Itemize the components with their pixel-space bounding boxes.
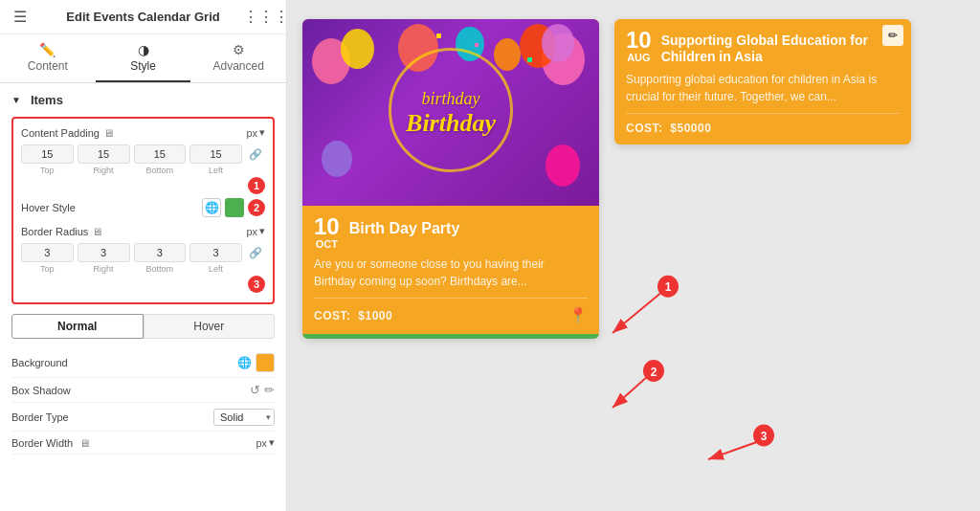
tab-content[interactable]: ✏️ Content xyxy=(0,34,96,82)
border-type-row: Border Type Solid Dashed Dotted None xyxy=(11,403,275,432)
edit-icon-overlay[interactable]: ✏ xyxy=(882,25,903,46)
happy-label: birthday xyxy=(406,88,496,108)
padding-sub-labels: Top Right Bottom Left xyxy=(21,166,265,175)
background-row: Background 🌐 xyxy=(11,348,275,378)
shadow-edit-icon[interactable]: ✏ xyxy=(264,383,275,397)
content-tab-label: Content xyxy=(28,59,68,73)
badge-1: 1 xyxy=(248,177,265,194)
education-card-body: 10 AUG Supporting Global Education for C… xyxy=(614,19,911,144)
radius-bottom-input[interactable] xyxy=(134,243,187,262)
birthday-card-body: 10 OCT Birth Day Party Are you or someon… xyxy=(302,206,599,334)
right-area: birthday Birthday 10 OCT Birth Day Party… xyxy=(287,0,980,511)
badge-3: 3 xyxy=(248,276,265,293)
hover-globe-icon[interactable]: 🌐 xyxy=(202,198,221,217)
balloon-10 xyxy=(542,24,574,62)
badge-2: 2 xyxy=(248,199,265,216)
border-radius-unit-arrow[interactable]: ▾ xyxy=(259,225,265,237)
background-label: Background xyxy=(11,357,68,368)
items-collapse-arrow[interactable]: ▼ xyxy=(11,95,21,105)
hover-style-row: Hover Style 🌐 2 xyxy=(21,196,265,219)
education-day: 10 xyxy=(626,29,652,52)
padding-right-input[interactable] xyxy=(78,144,130,164)
education-date-title: 10 AUG Supporting Global Education for C… xyxy=(626,29,900,65)
birthday-location-icon: 📍 xyxy=(568,306,588,324)
border-width-label: Border Width 🖥 xyxy=(11,437,90,449)
birthday-card-image: birthday Birthday xyxy=(302,19,599,206)
border-width-unit-arrow[interactable]: ▾ xyxy=(269,436,275,449)
tab-advanced[interactable]: ⚙ Advanced xyxy=(190,34,286,82)
hover-style-label: Hover Style xyxy=(21,202,76,213)
content-padding-unit: px ▾ xyxy=(246,126,265,139)
panel-title: Edit Events Calendar Grid xyxy=(66,10,219,24)
monitor-icon: 🖥 xyxy=(103,127,114,139)
border-radius-label: Border Radius 🖥 xyxy=(21,226,102,237)
border-type-select-wrap: Solid Dashed Dotted None xyxy=(213,408,275,426)
balloon-5 xyxy=(322,141,352,177)
radius-bottom-label: Bottom xyxy=(134,264,187,274)
education-month: AUG xyxy=(627,52,650,63)
birthday-label: Birthday xyxy=(406,108,496,137)
items-settings-box: Content Padding 🖥 px ▾ 🔗 Top xyxy=(11,117,275,304)
border-type-select[interactable]: Solid Dashed Dotted None xyxy=(213,409,275,426)
content-tab-icon: ✏️ xyxy=(39,42,56,57)
hover-active-dot[interactable] xyxy=(225,198,244,217)
tab-style[interactable]: ◑ Style xyxy=(96,34,191,82)
education-description: Supporting global education for children… xyxy=(626,71,900,105)
grid-menu-icon[interactable]: ⋮⋮⋮ xyxy=(257,9,275,26)
cards-container: birthday Birthday 10 OCT Birth Day Party… xyxy=(287,0,980,511)
panel-content: ▼ Items Content Padding 🖥 px ▾ xyxy=(0,83,286,511)
birthday-title: Birth Day Party xyxy=(349,215,460,237)
border-width-unit: px ▾ xyxy=(256,436,275,449)
radius-link-icon[interactable]: 🔗 xyxy=(246,247,265,259)
border-width-monitor-icon: 🖥 xyxy=(79,437,90,449)
items-section-header: ▼ Items xyxy=(11,93,275,107)
hover-button[interactable]: Hover xyxy=(144,314,276,339)
content-padding-label: Content Padding 🖥 xyxy=(21,127,114,139)
style-tab-icon: ◑ xyxy=(138,42,149,57)
padding-link-icon[interactable]: 🔗 xyxy=(246,148,265,161)
radius-top-label: Top xyxy=(21,264,74,274)
birthday-day: 10 xyxy=(314,215,340,238)
shadow-reset-icon[interactable]: ↺ xyxy=(250,383,260,397)
radius-top-input[interactable] xyxy=(21,243,74,262)
education-footer: COST: $50000 xyxy=(626,113,900,135)
confetti-1 xyxy=(436,33,441,38)
advanced-tab-icon: ⚙ xyxy=(233,42,245,57)
balloon-9 xyxy=(494,38,521,71)
birthday-date: 10 OCT xyxy=(314,215,340,250)
event-card-birthday: birthday Birthday 10 OCT Birth Day Party… xyxy=(302,19,599,339)
border-type-label: Border Type xyxy=(11,411,69,423)
box-shadow-row: Box Shadow ↺ ✏ xyxy=(11,378,275,403)
padding-left-input[interactable] xyxy=(189,144,242,164)
normal-button[interactable]: Normal xyxy=(11,314,144,339)
padding-top-input[interactable] xyxy=(21,144,74,164)
radius-sub-labels: Top Right Bottom Left xyxy=(21,264,265,274)
padding-bottom-label: Bottom xyxy=(134,166,187,175)
hamburger-icon[interactable]: ☰ xyxy=(11,9,29,26)
padding-bottom-input[interactable] xyxy=(134,144,187,164)
unit-dropdown-arrow[interactable]: ▾ xyxy=(259,126,265,139)
tabs-bar: ✏️ Content ◑ Style ⚙ Advanced xyxy=(0,34,286,83)
radius-right-input[interactable] xyxy=(78,243,130,262)
background-color-swatch[interactable] xyxy=(256,353,275,372)
panel-header: ☰ Edit Events Calendar Grid ⋮⋮⋮ xyxy=(0,0,286,34)
border-radius-row: Border Radius 🖥 px ▾ xyxy=(21,225,265,237)
radius-left-label: Left xyxy=(189,264,242,274)
green-bar xyxy=(302,334,599,339)
confetti-2 xyxy=(475,43,479,47)
style-tab-label: Style xyxy=(130,59,156,73)
left-panel: ☰ Edit Events Calendar Grid ⋮⋮⋮ ✏️ Conte… xyxy=(0,0,287,511)
birthday-month: OCT xyxy=(316,238,338,250)
background-controls: 🌐 xyxy=(237,353,275,372)
padding-left-label: Left xyxy=(189,166,242,175)
background-globe-icon[interactable]: 🌐 xyxy=(237,356,252,369)
birthday-footer: COST: $1000 📍 xyxy=(314,298,588,324)
radius-right-label: Right xyxy=(78,264,130,274)
hover-style-controls: 🌐 xyxy=(202,198,244,217)
education-cost: COST: $50000 xyxy=(626,122,711,135)
birthday-description: Are you or someone close to you having t… xyxy=(314,256,588,290)
items-section-label: Items xyxy=(31,93,63,107)
box-shadow-controls: ↺ ✏ xyxy=(250,383,275,397)
radius-left-input[interactable] xyxy=(189,243,242,262)
balloon-6 xyxy=(546,144,580,187)
